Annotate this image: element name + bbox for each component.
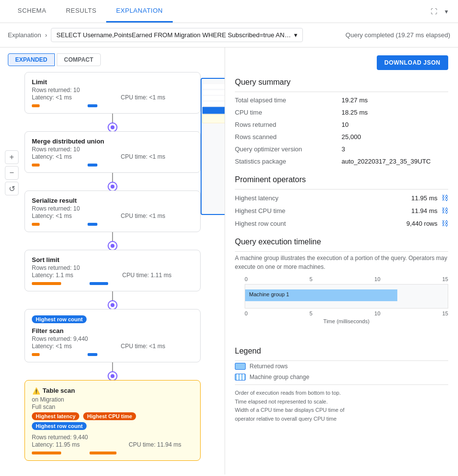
node-serialize-title: Serialize result	[32, 197, 193, 204]
operator-label-row-count: Highest row count	[235, 220, 406, 227]
connector-circle-2	[108, 182, 117, 191]
summary-value-rows-scanned: 25,000	[342, 133, 448, 141]
node-filter-scan-bar-left	[32, 353, 40, 356]
node-serialize-bar-left	[32, 223, 40, 226]
expanded-view-button[interactable]: EXPANDED	[8, 53, 55, 66]
plan-node-filter-scan[interactable]: Highest row count Filter scan Rows retur…	[24, 309, 201, 362]
operator-row-latency: Highest latency 11.95 ms ⛓	[235, 191, 448, 204]
compact-view-button[interactable]: COMPACT	[57, 53, 101, 66]
node-merge-bar-left	[32, 164, 40, 167]
timeline-axis-bottom: 0 5 10 15	[245, 310, 448, 316]
operator-label-latency: Highest latency	[235, 194, 412, 202]
legend-section: Legend Returned rows Machine group chang…	[235, 347, 448, 423]
legend-box-returned-rows	[235, 363, 246, 370]
tab-group: SCHEMA RESULTS EXPLANATION	[8, 0, 173, 23]
node-limit-bar-right	[88, 104, 97, 107]
node-limit-rows: Rows returned: 10	[32, 87, 193, 94]
axis-top-15: 15	[442, 276, 448, 282]
tab-results[interactable]: RESULTS	[56, 0, 107, 23]
plan-node-sort-limit[interactable]: Sort limit Rows returned: 10 Latency: 1.…	[24, 250, 201, 291]
filter-scan-tag-highest-row-count: Highest row count	[32, 315, 87, 323]
node-sort-bar-left	[32, 282, 61, 285]
legend-item-machine-group: Machine group change	[235, 374, 448, 381]
node-limit-bar-left	[32, 104, 40, 107]
node-table-scan-rows: Rows returned: 9,440	[32, 434, 193, 441]
plan-node-serialize[interactable]: Serialize result Rows returned: 10 Laten…	[24, 190, 201, 232]
query-status: Query completed (19.27 ms elapsed)	[345, 31, 450, 39]
connector-dot-2	[111, 185, 114, 189]
summary-value-rows-returned: 10	[342, 121, 448, 128]
query-select[interactable]: SELECT Username,PointsEarned FROM Migrat…	[51, 28, 303, 42]
summary-label-stats: Statistics package	[235, 158, 342, 165]
node-sort-bar-right	[90, 282, 108, 285]
execution-timeline-description: A machine group illustrates the executio…	[235, 254, 448, 271]
node-merge-cpu: CPU time: <1 ms	[121, 153, 165, 160]
node-filter-scan-rows: Rows returned: 9,440	[32, 335, 193, 342]
prominent-operators-title: Prominent operators	[235, 175, 448, 184]
connector-4	[112, 291, 113, 309]
table-scan-tag-highest-latency: Highest latency	[32, 412, 79, 420]
summary-value-stats: auto_20220317_23_35_39UTC	[342, 158, 448, 165]
legend-label-machine-group: Machine group change	[250, 374, 309, 381]
connector-dot-4	[111, 303, 114, 307]
breadcrumb-arrow: ›	[45, 31, 47, 39]
query-select-text: SELECT Username,PointsEarned FROM Migrat…	[56, 31, 291, 39]
legend-note: Order of execution reads from bottom to …	[235, 384, 448, 423]
plan-node-table-scan[interactable]: ⚠️ Table scan on Migration Full scan Hig…	[24, 380, 201, 461]
node-table-scan-bar-right	[90, 452, 116, 454]
zoom-in-button[interactable]: +	[5, 150, 19, 164]
warning-icon: ⚠️	[32, 386, 41, 395]
node-table-scan-latency: Latency: 11.95 ms	[32, 441, 80, 448]
breadcrumb-label: Explanation	[8, 31, 41, 39]
tab-explanation[interactable]: EXPLANATION	[106, 0, 173, 23]
node-serialize-latency: Latency: <1 ms	[32, 213, 72, 219]
table-scan-tag-highest-row-count: Highest row count	[32, 422, 87, 430]
node-serialize-cpu: CPU time: <1 ms	[121, 213, 165, 219]
expand-icon[interactable]: ⛶	[429, 6, 439, 17]
summary-label-rows-scanned: Rows scanned	[235, 133, 342, 141]
axis-bottom-10: 10	[374, 310, 380, 316]
node-filter-scan-cpu: CPU time: <1 ms	[121, 343, 165, 350]
node-filter-scan-title: Filter scan	[32, 327, 193, 334]
node-sort-title: Sort limit	[32, 256, 193, 263]
operator-link-cpu[interactable]: ⛓	[441, 207, 448, 214]
node-limit-title: Limit	[32, 78, 193, 86]
summary-label-rows-returned: Rows returned	[235, 121, 342, 128]
table-scan-tag-highest-cpu: Highest CPU time	[83, 412, 136, 420]
timeline-chart: 0 5 10 15 Machine group 1 0 5 10 15 Time…	[235, 276, 448, 339]
right-panel: DOWNLOAD JSON Query summary Total elapse…	[225, 48, 458, 475]
summary-row-optimizer: Query optimizer version 3	[235, 143, 448, 155]
download-json-button[interactable]: DOWNLOAD JSON	[377, 55, 449, 70]
plan-node-merge[interactable]: Merge distributed union Rows returned: 1…	[24, 131, 201, 173]
node-filter-scan-latency: Latency: <1 ms	[32, 343, 72, 350]
operator-link-latency[interactable]: ⛓	[441, 194, 448, 202]
summary-label-elapsed: Total elapsed time	[235, 96, 342, 104]
prominent-operators-section: Prominent operators Highest latency 11.9…	[235, 175, 448, 230]
operator-value-latency: 11.95 ms	[412, 194, 437, 202]
zoom-reset-button[interactable]: ↺	[5, 182, 19, 195]
summary-row-rows-returned: Rows returned 10	[235, 119, 448, 131]
axis-bottom-5: 5	[310, 310, 313, 316]
legend-label-returned-rows: Returned rows	[250, 363, 288, 370]
timeline-bar-area: Machine group 1	[245, 284, 448, 309]
mini-map[interactable]	[201, 78, 225, 215]
axis-top-5: 5	[310, 276, 313, 282]
zoom-out-button[interactable]: −	[5, 166, 19, 180]
node-limit-cpu: CPU time: <1 ms	[121, 94, 165, 101]
summary-value-optimizer: 3	[342, 145, 448, 153]
connector-3	[112, 232, 113, 250]
node-merge-title: Merge distributed union	[32, 138, 193, 145]
connector-circle-4	[108, 300, 117, 310]
top-tabs: SCHEMA RESULTS EXPLANATION ⛶ ▾	[0, 0, 458, 23]
operator-link-row-count[interactable]: ⛓	[441, 219, 448, 227]
axis-bottom-0: 0	[245, 310, 248, 316]
connector-circle-3	[108, 241, 117, 251]
plan-node-limit[interactable]: Limit Rows returned: 10 Latency: <1 ms C…	[24, 72, 201, 114]
connector-dot-3	[111, 244, 114, 248]
query-summary-section: Query summary Total elapsed time 19.27 m…	[235, 78, 448, 167]
connector-circle-1	[108, 122, 117, 132]
chevron-down-icon[interactable]: ▾	[443, 6, 450, 17]
zoom-controls: + − ↺	[5, 150, 19, 195]
axis-top-0: 0	[245, 276, 248, 282]
tab-schema[interactable]: SCHEMA	[8, 0, 56, 23]
